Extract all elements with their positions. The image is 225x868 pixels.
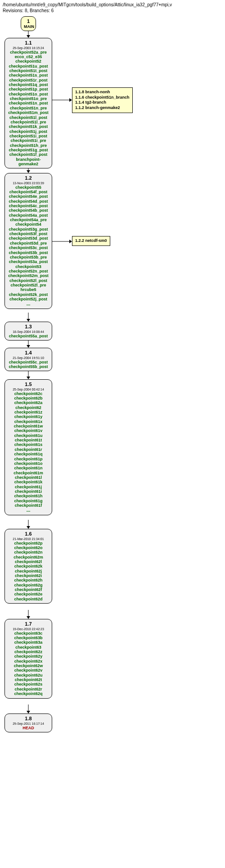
branch-line: 1.1.8 branch-nonh [75,90,130,95]
tag-label: checkpoint61z [8,410,49,414]
main-label: MAIN [24,24,33,29]
tag-label: checkpoint51p_post [8,87,49,91]
branch-line: 1.2.2 netcdf-sm0 [75,238,107,244]
tag-label: checkpoint55 [8,185,49,190]
rev-number: 1.8 [8,716,49,722]
tag-label: checkpoint61g [8,499,49,503]
tag-label: checkpoint53c_post [8,245,49,250]
rev-number: 1.5 [8,382,49,387]
tag-label: checkpoint61k [8,480,49,484]
tag-label: checkpoint62w [8,663,49,668]
rev-date: 21-Sep-2004 19:51:10 [8,356,49,360]
rev-date: 21-Mar-2010 21:34:01 [8,537,49,541]
tag-label: checkpoint61r [8,447,49,452]
tag-label: checkpoint62j [8,569,49,573]
rev-number: 1.6 [8,531,49,537]
tag-label: checkpoint54a_pre [8,218,49,222]
branch-note-1.1[interactable]: 1.1.8 branch-nonh1.1.6 checkpoint51n_bra… [72,87,133,113]
tag-label: hrcube5 [8,287,49,292]
tag-label: checkpoint62c [8,391,49,396]
tag-label: checkpoint51n_post [8,101,49,105]
tag-label: checkpoint61x [8,419,49,424]
tag-label: checkpoint51l_pre [8,120,49,124]
tag-label: checkpoint61y [8,414,49,419]
tag-label: checkpoint61m [8,471,49,475]
header: /home/ubuntu/mnt/e9_copy/MITgcm/tools/bu… [0,0,225,15]
tag-label: checkpoint52j_post [8,297,49,301]
tag-label: checkpoint61h [8,494,49,498]
tag-label: checkpoint52l_post [8,278,49,283]
tag-label: checkpoint63a [8,640,49,645]
revision-graph: 1 MAIN 1.1 29-Sep-2003 16:15:24 checkpoi… [0,15,225,862]
revision-1.2-node[interactable]: 1.2 13-Nov-2003 22:03:39 checkpoint55che… [4,173,52,309]
main-rev: 1 [24,18,33,24]
tag-label: checkpoint51h_pre [8,143,49,148]
rev-number: 1.3 [8,324,49,330]
tag-label: checkpoint62b [8,396,49,400]
branch-name: netcdf-sm0 [86,238,107,243]
tag-label-head: HEAD [8,726,49,730]
more-dots: ... [8,508,49,513]
tag-label: checkpoint51r_post [8,78,49,82]
tag-label: checkpoint52 [8,59,49,64]
tag-label: checkpoint54a_post [8,213,49,218]
rev-date: 29-Sep-2011 16:17:14 [8,722,49,726]
branch-rev: 1.1.6 [75,95,86,100]
tag-label: checkpoint62s [8,682,49,686]
tag-label: checkpoint52a_pre [8,50,49,55]
tag-label: checkpoint62a [8,400,49,405]
tag-label: checkpoint62k [8,564,49,568]
tag-label: checkpoint53b_pre [8,255,49,259]
tag-label: checkpoint51f_post [8,152,49,157]
revision-1.7-node[interactable]: 1.7 19-Dec-2010 22:42:23 checkpoint63cch… [4,619,52,699]
tag-label: checkpoint62z [8,650,49,654]
tag-label: checkpoint53d_pre [8,241,49,245]
tag-label: checkpoint61l [8,475,49,480]
revision-1.6-node[interactable]: 1.6 21-Mar-2010 21:34:01 checkpoint62pch… [4,529,52,604]
tag-label: checkpoint61w [8,424,49,428]
tag-label: checkpoint51t_post [8,68,49,73]
revision-1.4-node[interactable]: 1.4 21-Sep-2004 19:51:10 checkpoint55c_p… [4,348,52,371]
tag-label: checkpoint51g_post [8,148,49,152]
tag-label: checkpoint61o [8,461,49,466]
branch-rev: 1.1.4 [75,100,86,105]
tag-label: checkpoint51j_post [8,129,49,134]
branch-name: branch-genmake2 [86,105,120,110]
tag-label: checkpoint52m_post [8,273,49,278]
tag-label: checkpoint53b_post [8,250,49,255]
tag-label: checkpoint62d [8,597,49,601]
branch-line: 1.1.2 branch-genmake2 [75,105,130,111]
main-branch-node[interactable]: 1 MAIN [21,16,36,31]
tag-label: checkpoint52l_pre [8,283,49,287]
tag-label: checkpoint62t [8,677,49,682]
tag-label: checkpoint63b [8,636,49,640]
tag-label: checkpoint55b_post [8,364,49,369]
tag-label: checkpoint51u_post [8,64,49,68]
branch-note-1.2[interactable]: 1.2.2 netcdf-sm0 [72,236,110,246]
rev-date: 18-Sep-2004 16:08:44 [8,330,49,334]
branch-name: checkpoint51n_branch [86,95,130,100]
tag-label: checkpoint51m_post [8,110,49,115]
tag-label: checkpoint54f_post [8,190,49,194]
tag-label: checkpoint62q [8,691,49,696]
tag-label: checkpoint55a_post [8,334,49,338]
revision-1.8-node[interactable]: 1.8 29-Sep-2011 16:17:14 HEAD [4,713,52,732]
tag-label: checkpoint54e_post [8,194,49,199]
rev-number: 1.1 [8,40,49,46]
branch-name: branch-nonh [86,90,110,94]
rev-number: 1.7 [8,621,49,627]
tag-label: checkpoint61t [8,438,49,442]
tag-label: checkpoint63c [8,631,49,636]
tag-label: checkpoint62p [8,541,49,545]
tag-label: checkpoint61q [8,452,49,456]
revision-1.1-node[interactable]: 1.1 29-Sep-2003 16:15:24 checkpoint52a_p… [4,38,52,168]
tag-label: checkpoint51o_post [8,92,49,96]
tag-label: checkpoint54b_post [8,208,49,213]
revision-1.3-node[interactable]: 1.3 18-Sep-2004 16:08:44 checkpoint55a_p… [4,322,52,341]
revision-1.5-node[interactable]: 1.5 25-Sep-2004 00:42:14 checkpoint62cch… [4,379,52,515]
tag-label: checkpoint55c_post [8,360,49,364]
more-dots: ... [8,301,49,307]
tag-label: checkpoint61f [8,503,49,508]
rev-date: 25-Sep-2004 00:42:14 [8,388,49,391]
branch-rev: 1.1.2 [75,105,86,110]
